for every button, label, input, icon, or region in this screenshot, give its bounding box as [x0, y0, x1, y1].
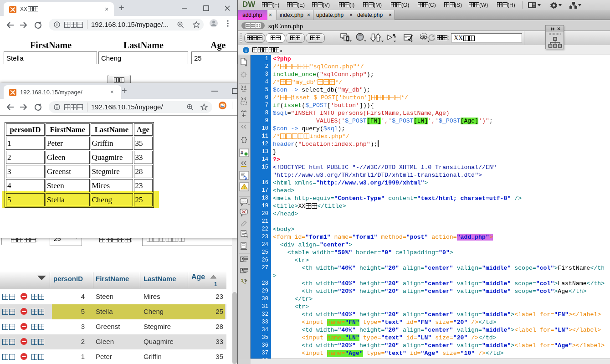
svg-text:!: !: [244, 185, 245, 190]
svg-text:#: #: [241, 150, 243, 155]
svg-text:{}: {}: [241, 136, 248, 143]
